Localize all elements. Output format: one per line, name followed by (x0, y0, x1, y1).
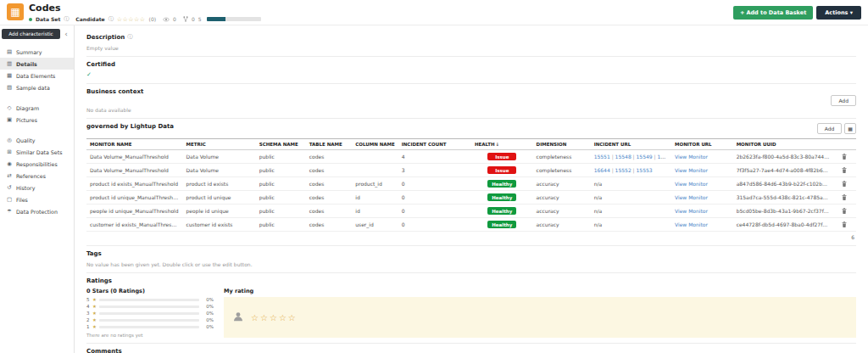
description-section: Description ⓘ Empty value (86, 29, 856, 57)
table-row: customer id exists_ManualThresholdcustom… (86, 218, 856, 232)
rating-bar (99, 326, 199, 328)
view-monitor-link[interactable]: View Monitor (675, 221, 708, 227)
details-icon: ▥ (6, 60, 13, 67)
monitor-table-head: MONITOR NAMEMETRICSCHEMA NAMETABLE NAMEC… (86, 139, 856, 150)
column-header-monitor-url[interactable]: MONITOR URL (671, 139, 733, 150)
rating-star-count: 5 (86, 297, 90, 302)
column-header-health[interactable]: HEALTH↓ (471, 139, 533, 150)
view-monitor-link[interactable]: View Monitor (675, 167, 708, 173)
sidebar-item-pictures[interactable]: ▣Pictures (0, 114, 74, 126)
sidebar-item-diagram[interactable]: ◇Diagram (0, 102, 74, 114)
rating-stars[interactable]: ☆☆☆☆☆ (117, 16, 146, 23)
column-header-dimension[interactable]: DIMENSION (533, 139, 591, 150)
cell-monitor-url: View Monitor (671, 191, 733, 205)
sidebar-item-references[interactable]: ⇄References (0, 170, 74, 182)
fork-icon (183, 16, 188, 22)
add-to-data-basket-label: Add to Data Basket (746, 9, 806, 16)
sidebar-group: ◎Quality⊞Similar Data Sets◉Responsibilit… (0, 134, 74, 217)
delete-monitor-button[interactable] (842, 181, 847, 187)
description-title: Description (86, 34, 125, 41)
sidebar-item-history[interactable]: ↺History (0, 182, 74, 193)
governed-add-button[interactable]: Add (817, 123, 843, 134)
rating-star-count: 4 (86, 304, 90, 309)
cell-incident-count: 0 (398, 177, 471, 191)
column-header-schema-name[interactable]: SCHEMA NAME (256, 139, 306, 150)
info-icon[interactable]: ⓘ (127, 33, 132, 41)
business-context-empty: No data available (86, 107, 131, 113)
table-row: people id unique_ManualThresholdpeople i… (86, 205, 856, 218)
cell-metric: customer id exists (183, 218, 256, 232)
rating-percentage: 0% (202, 304, 214, 309)
sidebar-item-sample-data[interactable]: ▧Sample data (0, 81, 74, 93)
info-icon[interactable]: ⓘ (64, 15, 69, 23)
asset-type-dot (29, 18, 32, 21)
sort-desc-icon: ↓ (496, 142, 500, 147)
delete-monitor-button[interactable] (842, 167, 847, 173)
sidebar-item-label: Summary (16, 49, 42, 55)
cell-incident-url: n/a (591, 191, 671, 205)
view-monitor-link[interactable]: View Monitor (675, 194, 708, 200)
sidebar-item-similar-data-sets[interactable]: ⊞Similar Data Sets (0, 146, 74, 158)
sidebar-item-data-elements[interactable]: ▦Data Elements (0, 70, 74, 81)
add-to-data-basket-button[interactable]: +Add to Data Basket (733, 6, 813, 20)
cell-incident-count: 3 (398, 164, 471, 177)
delete-monitor-button[interactable] (842, 208, 847, 214)
completeness-progress-bar (207, 17, 261, 21)
health-badge: Healthy (487, 207, 516, 215)
column-header-incident-count[interactable]: INCIDENT COUNT (398, 139, 471, 150)
incident-link[interactable]: 15553 (637, 167, 653, 173)
rating-bar (99, 305, 199, 308)
column-header-incident-url[interactable]: INCIDENT URL (591, 139, 671, 150)
my-rating-panel: ☆☆☆☆☆ (224, 297, 856, 338)
sidebar-nav: ▤Summary▥Details▦Data Elements▧Sample da… (0, 46, 74, 217)
column-header-column-name[interactable]: COLUMN NAME (352, 139, 398, 150)
views-icon (163, 17, 170, 22)
sidebar-item-details[interactable]: ▥Details (0, 58, 74, 70)
rating-bar (99, 299, 199, 301)
cell-table-name: codes (306, 164, 352, 177)
column-header-monitor-name[interactable]: MONITOR NAME (86, 139, 183, 150)
incident-link[interactable]: 16644 (594, 167, 610, 173)
actions-button[interactable]: Actions ▾ (816, 6, 861, 20)
business-context-add-button[interactable]: Add (831, 95, 856, 106)
column-header-actions[interactable] (833, 139, 856, 150)
tags-empty[interactable]: No value has been given yet. Double clic… (86, 261, 856, 267)
incident-link[interactable]: 15549 (637, 154, 653, 160)
sidebar-item-data-protection[interactable]: ☂Data Protection (0, 205, 74, 217)
sidebar-item-responsibilities[interactable]: ◉Responsibilities (0, 158, 74, 170)
rating-star-count: 3 (86, 311, 90, 316)
incident-link[interactable]: 15550 (657, 154, 671, 160)
add-characteristic-button[interactable]: Add characteristic (2, 29, 60, 39)
info-icon[interactable]: ⓘ (108, 15, 114, 23)
health-badge: Issue (487, 153, 516, 160)
column-header-monitor-uuid[interactable]: MONITOR UUID (733, 139, 833, 150)
incident-link[interactable]: 15551 (594, 154, 610, 160)
cell-incident-url: n/a (591, 218, 671, 232)
collapse-sidebar-icon[interactable]: ‹ (60, 31, 72, 38)
column-header-metric[interactable]: METRIC (183, 139, 256, 150)
sidebar-item-quality[interactable]: ◎Quality (0, 134, 74, 146)
incident-link[interactable]: 15548 (615, 154, 632, 160)
sidebar-item-files[interactable]: ▢Files (0, 193, 74, 205)
incident-link[interactable]: 15552 (615, 167, 632, 173)
my-rating-stars[interactable]: ☆☆☆☆☆ (251, 313, 298, 322)
table-view-toggle-button[interactable]: ▦ (844, 123, 856, 134)
delete-monitor-button[interactable] (842, 221, 847, 227)
plus-icon: + (740, 9, 744, 16)
rating-count: (0) (149, 16, 157, 22)
files-icon: ▢ (6, 196, 13, 203)
cell-dimension: accuracy (533, 205, 591, 218)
sidebar-item-summary[interactable]: ▤Summary (0, 46, 74, 58)
similar-data-sets-icon: ⊞ (6, 148, 13, 155)
view-monitor-link[interactable]: View Monitor (675, 181, 708, 187)
delete-monitor-button[interactable] (842, 154, 847, 160)
rating-distribution-row: 5★0% (86, 297, 214, 302)
column-header-table-name[interactable]: TABLE NAME (306, 139, 352, 150)
cell-column-name: product_id (352, 177, 398, 191)
cell-monitor-name: product id exists_ManualThreshold (86, 177, 183, 191)
delete-monitor-button[interactable] (842, 194, 847, 200)
view-monitor-link[interactable]: View Monitor (675, 208, 708, 214)
view-monitor-link[interactable]: View Monitor (675, 154, 708, 160)
progress-value: 5 (198, 16, 202, 22)
rating-percentage: 0% (202, 324, 214, 329)
